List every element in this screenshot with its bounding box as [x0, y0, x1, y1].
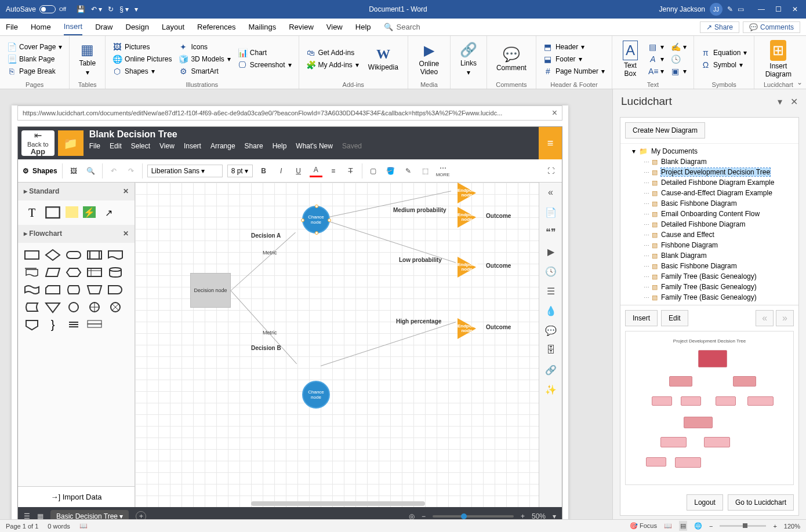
- endpoint-node[interactable]: Endpoint node: [458, 257, 476, 278]
- tab-help[interactable]: Help: [355, 19, 371, 35]
- text-shape[interactable]: T: [24, 206, 40, 219]
- fc-swimlane[interactable]: [86, 318, 103, 331]
- tree-item[interactable]: ⋯▧Family Tree (Basic Genealogy): [620, 282, 798, 292]
- share-button[interactable]: ↗Share: [700, 21, 739, 33]
- fc-manual[interactable]: [86, 283, 103, 296]
- equation-button[interactable]: πEquation ▾: [700, 48, 748, 58]
- search-icon[interactable]: 🔍: [85, 165, 97, 177]
- fc-predefined[interactable]: [86, 249, 103, 261]
- zoom-out-icon[interactable]: −: [709, 523, 713, 530]
- fc-storage[interactable]: [24, 301, 40, 314]
- fc-database[interactable]: [107, 266, 124, 279]
- tab-file[interactable]: File: [6, 19, 18, 35]
- close-icon[interactable]: ✕: [792, 5, 798, 13]
- chance-node[interactable]: Chance node: [302, 381, 330, 409]
- insert-button[interactable]: Insert: [625, 310, 658, 326]
- taskpane-close-icon[interactable]: ✕: [790, 97, 798, 107]
- pen-icon[interactable]: ✎: [727, 5, 733, 13]
- align-icon[interactable]: ≡: [327, 165, 340, 177]
- folder-button[interactable]: 📁: [58, 130, 83, 156]
- menu-view[interactable]: View: [159, 142, 175, 150]
- tree-root[interactable]: ▾📁My Documents: [620, 146, 798, 156]
- tree-item[interactable]: ⋯▧Cause and Effect: [620, 229, 798, 240]
- 3d-models-button[interactable]: 🧊3D Models ▾: [177, 54, 231, 64]
- close-section-icon[interactable]: ✕: [123, 229, 129, 238]
- note-shape[interactable]: [66, 206, 78, 218]
- online-pictures-button[interactable]: 🌐Online Pictures: [111, 54, 173, 64]
- tree-item[interactable]: ⋯▧Blank Diagram: [620, 250, 798, 261]
- symbol-button[interactable]: ΩSymbol ▾: [700, 60, 748, 70]
- embed-close-icon[interactable]: ×: [552, 108, 557, 118]
- tree-item[interactable]: ⋯▧Family Tree (Basic Genealogy): [620, 271, 798, 282]
- target-icon[interactable]: ◎: [409, 512, 415, 519]
- web-layout-icon[interactable]: 🌐: [694, 522, 702, 530]
- chance-node-selected[interactable]: Chance node: [302, 206, 330, 234]
- add-page-button[interactable]: +: [136, 511, 146, 519]
- insert-diagram-button[interactable]: ⊞Insert Diagram: [760, 38, 796, 79]
- underline-icon[interactable]: U: [292, 165, 305, 177]
- tree-item[interactable]: ⋯▧Family Tree (Basic Genealogy): [620, 292, 798, 303]
- magic-icon[interactable]: ✨: [544, 383, 557, 396]
- expand-icon[interactable]: ▾: [632, 147, 636, 155]
- page-number-button[interactable]: #Page Number ▾: [542, 66, 606, 76]
- history-icon[interactable]: 🕓: [544, 265, 557, 278]
- minimize-icon[interactable]: —: [758, 5, 765, 13]
- fc-or[interactable]: [86, 301, 103, 314]
- chat-icon[interactable]: 💬: [544, 324, 557, 337]
- next-page-button[interactable]: »: [776, 310, 794, 326]
- zoom-slider[interactable]: [720, 525, 766, 527]
- menu-arrange[interactable]: Arrange: [210, 142, 235, 150]
- menu-share[interactable]: Share: [245, 142, 263, 150]
- fc-delay[interactable]: [107, 283, 124, 296]
- more-icon[interactable]: ⋯MORE: [437, 165, 449, 177]
- fc-paper-tape[interactable]: [24, 283, 40, 296]
- fc-terminator[interactable]: [66, 249, 82, 261]
- font-select[interactable]: Liberation Sans ▾: [147, 165, 223, 177]
- touch-icon[interactable]: § ▾: [119, 5, 129, 13]
- standard-header[interactable]: ▸ Standard✕: [18, 183, 135, 201]
- tab-review[interactable]: Review: [289, 19, 314, 35]
- flowchart-header[interactable]: ▸ Flowchart✕: [18, 225, 135, 243]
- fc-offpage[interactable]: [24, 318, 40, 331]
- quickparts-button[interactable]: ▤▾: [647, 42, 665, 52]
- fc-data[interactable]: [45, 266, 61, 279]
- fc-multidoc[interactable]: [24, 266, 40, 279]
- fc-note[interactable]: [66, 318, 82, 331]
- italic-icon[interactable]: I: [275, 165, 288, 177]
- fc-display[interactable]: [66, 283, 82, 296]
- edit-button[interactable]: Edit: [661, 310, 688, 326]
- grid-view-icon[interactable]: ▦: [37, 512, 43, 519]
- clear-format-icon[interactable]: T̶: [344, 165, 357, 177]
- image-icon[interactable]: 🖼: [67, 165, 80, 177]
- zoom-in-icon[interactable]: +: [521, 512, 525, 519]
- tab-design[interactable]: Design: [126, 19, 149, 35]
- tell-me-search[interactable]: 🔍 Search: [384, 23, 420, 31]
- tree-item[interactable]: ⋯▧Basic Fishbone Diagram: [620, 198, 798, 209]
- endpoint-node[interactable]: Endpoint node: [458, 207, 476, 228]
- links-button[interactable]: 🔗Links▾: [456, 38, 481, 79]
- size-select[interactable]: 8 pt ▾: [227, 165, 253, 177]
- tab-layout[interactable]: Layout: [162, 19, 184, 35]
- comment-button[interactable]: 💬Comment: [493, 38, 530, 79]
- my-addins-button[interactable]: 🧩My Add-ins ▾: [305, 60, 360, 70]
- link-icon[interactable]: 🔗: [544, 363, 557, 376]
- fullscreen-icon[interactable]: ⛶: [544, 165, 557, 177]
- save-icon[interactable]: 💾: [77, 5, 85, 13]
- dropcap-button[interactable]: A≡▾: [647, 66, 665, 76]
- focus-mode[interactable]: 🎯 Focus: [630, 522, 657, 530]
- shapes-panel-toggle[interactable]: ⚙Shapes: [23, 167, 57, 175]
- fc-document[interactable]: [107, 249, 124, 261]
- maximize-icon[interactable]: ☐: [775, 5, 782, 13]
- menu-edit[interactable]: Edit: [110, 142, 122, 150]
- fc-brace-l[interactable]: }: [45, 318, 61, 331]
- canvas[interactable]: Decision node Decision A Decision B Metr…: [135, 183, 539, 507]
- menu-help[interactable]: Help: [273, 142, 287, 150]
- table-button[interactable]: ▦Table▾: [75, 38, 99, 79]
- undo-icon[interactable]: ↶ ▾: [91, 5, 102, 13]
- taskpane-menu-icon[interactable]: ▾: [778, 97, 782, 107]
- layers-icon[interactable]: ☰: [544, 285, 557, 297]
- menu-select[interactable]: Select: [131, 142, 150, 150]
- fc-merge[interactable]: [45, 301, 61, 314]
- tree-item[interactable]: ⋯▧Basic Fishbone Diagram: [620, 261, 798, 271]
- goto-lucidchart-button[interactable]: Go to Lucidchart: [728, 494, 794, 511]
